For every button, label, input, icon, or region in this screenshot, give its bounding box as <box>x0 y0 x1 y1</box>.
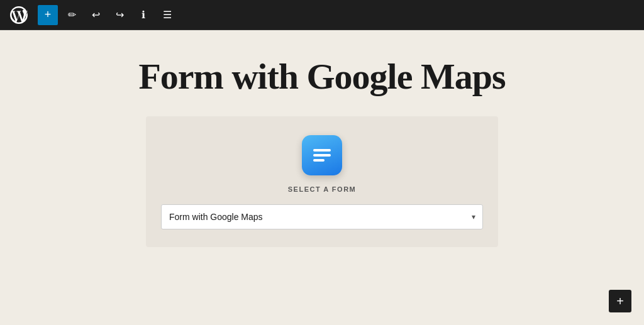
add-block-toolbar-button[interactable]: + <box>38 5 58 25</box>
main-content: Form with Google Maps SELECT A FORM Form… <box>0 30 644 325</box>
plus-icon-bottom: + <box>616 294 624 309</box>
undo-icon: ↩ <box>92 9 100 21</box>
select-form-label: SELECT A FORM <box>288 185 357 193</box>
wp-logo-button[interactable] <box>8 4 30 26</box>
redo-button[interactable]: ↪ <box>109 5 130 25</box>
form-select[interactable]: Form with Google Maps Contact Form Regis… <box>161 204 483 229</box>
wp-logo-icon <box>10 6 28 24</box>
add-block-bottom-button[interactable]: + <box>609 290 631 312</box>
info-button[interactable]: ℹ <box>133 5 153 25</box>
form-block: SELECT A FORM Form with Google Maps Cont… <box>146 116 498 247</box>
undo-button[interactable]: ↩ <box>86 5 106 25</box>
info-icon: ℹ <box>142 9 145 21</box>
form-select-wrapper: Form with Google Maps Contact Form Regis… <box>161 204 483 229</box>
page-title: Form with Google Maps <box>138 55 505 97</box>
form-app-icon <box>302 135 342 175</box>
svg-rect-1 <box>313 154 331 157</box>
edit-button[interactable]: ✏ <box>62 5 82 25</box>
toolbar: + ✏ ↩ ↪ ℹ ☰ <box>0 0 644 30</box>
form-icon-svg <box>309 143 335 168</box>
list-view-button[interactable]: ☰ <box>157 5 177 25</box>
list-icon: ☰ <box>163 9 172 21</box>
redo-icon: ↪ <box>116 9 124 21</box>
pencil-icon: ✏ <box>68 9 76 21</box>
svg-rect-0 <box>313 149 331 151</box>
plus-icon: + <box>45 8 52 21</box>
svg-rect-2 <box>313 159 325 162</box>
